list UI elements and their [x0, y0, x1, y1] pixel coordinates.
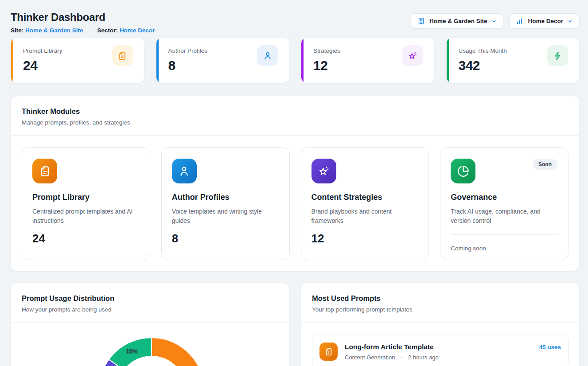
most-used-prompts-panel: Most Used Prompts Your top-performing pr…: [301, 283, 580, 366]
module-description: Brand playbooks and content frameworks: [312, 207, 419, 226]
chevron-down-icon: [491, 19, 497, 24]
sector-label: Sector:: [97, 27, 118, 34]
dashboard-page: Thinker Dashboard Site: Home & Garden Si…: [0, 0, 588, 366]
modules-grid: Prompt Library Centralized prompt templa…: [11, 136, 579, 271]
user-icon: [257, 45, 278, 66]
stat-card-usage: Usage This Month 342: [446, 37, 580, 83]
usage-title: Prompt Usage Distribution: [22, 294, 278, 303]
module-card-content-strategies[interactable]: Content Strategies Brand playbooks and c…: [301, 147, 429, 260]
donut-segment-label: 15%: [126, 348, 138, 355]
usage-distribution-panel: Prompt Usage Distribution How your promp…: [11, 283, 289, 366]
module-title: Prompt Library: [32, 193, 140, 202]
module-title: Author Profiles: [172, 193, 279, 202]
bar-chart-icon: [516, 17, 523, 25]
prompt-item-time: 2 hours ago: [408, 354, 439, 361]
soon-badge: Soon: [533, 159, 557, 170]
thinker-modules-panel: Thinker Modules Manage prompts, profiles…: [11, 96, 580, 271]
document-icon: [319, 343, 338, 361]
document-icon: [112, 45, 133, 66]
module-title: Content Strategies: [312, 193, 419, 202]
sparkle-star-icon: [402, 45, 423, 66]
most-used-header: Most Used Prompts Your top-performing pr…: [301, 283, 579, 323]
prompt-list: Long-form Article Template Content Gener…: [301, 323, 579, 366]
sparkle-star-icon: [312, 159, 336, 183]
module-description: Voice templates and writing style guides: [172, 207, 279, 226]
page-title: Thinker Dashboard: [11, 12, 155, 23]
site-label: Site:: [11, 27, 23, 34]
bottom-row: Prompt Usage Distribution How your promp…: [11, 283, 580, 366]
sector-selector[interactable]: Home Decor: [509, 13, 580, 29]
prompt-item-uses: 45 uses: [539, 344, 561, 350]
module-description: Centralized prompt templates and AI inst…: [32, 207, 140, 226]
topbar: Thinker Dashboard Site: Home & Garden Si…: [11, 0, 580, 34]
modules-title: Thinker Modules: [22, 107, 569, 116]
meta-dot: ·: [401, 354, 402, 361]
coming-soon-text: Coming soon: [451, 245, 558, 252]
module-count: 8: [172, 232, 279, 245]
header-titles: Thinker Dashboard Site: Home & Garden Si…: [11, 12, 155, 34]
breadcrumb-dot: ·: [89, 27, 91, 34]
prompt-item-title: Long-form Article Template: [345, 343, 439, 351]
donut-segment: [152, 338, 204, 366]
module-card-author-profiles[interactable]: Author Profiles Voice templates and writ…: [161, 147, 290, 260]
stat-card-strategies: Strategies 12: [301, 37, 435, 83]
breadcrumb: Site: Home & Garden Site · Sector: Home …: [11, 27, 155, 34]
module-count: 24: [32, 232, 140, 245]
usage-chart-area: 15%: [11, 323, 289, 366]
sector-selector-label: Home Decor: [528, 18, 563, 24]
prompt-item-category: Content Generation: [345, 354, 395, 361]
site-selector-label: Home & Garden Site: [429, 18, 487, 24]
stat-card-author-profiles: Author Profiles 8: [156, 37, 290, 83]
chevron-down-icon: [568, 19, 573, 24]
site-link[interactable]: Home & Garden Site: [25, 27, 83, 34]
usage-header: Prompt Usage Distribution How your promp…: [11, 283, 289, 323]
document-icon: [32, 159, 57, 183]
module-card-governance[interactable]: Soon Governance Track AI usage, complian…: [440, 147, 569, 260]
most-used-title: Most Used Prompts: [312, 294, 569, 303]
most-used-subtitle: Your top-performing prompt templates: [312, 306, 569, 322]
module-description: Track AI usage, compliance, and version …: [451, 207, 558, 226]
prompt-item-meta: Content Generation · 2 hours ago: [345, 354, 439, 361]
stats-row: Prompt Library 24 Author Profiles 8 Stra…: [11, 37, 580, 83]
usage-donut-chart: 15%: [11, 323, 289, 366]
modules-header: Thinker Modules Manage prompts, profiles…: [11, 96, 579, 136]
module-count: 12: [312, 232, 419, 245]
module-title: Governance: [451, 193, 558, 202]
site-selector[interactable]: Home & Garden Site: [411, 13, 504, 29]
module-card-prompt-library[interactable]: Prompt Library Centralized prompt templa…: [22, 147, 150, 260]
user-icon: [172, 159, 197, 183]
modules-subtitle: Manage prompts, profiles, and strategies: [22, 119, 569, 135]
selectors: Home & Garden Site Home Decor: [411, 13, 580, 29]
prompt-list-item[interactable]: Long-form Article Template Content Gener…: [312, 335, 569, 366]
pie-chart-icon: [451, 159, 475, 183]
module-divider: [451, 234, 558, 235]
stat-card-prompt-library: Prompt Library 24: [11, 37, 144, 83]
usage-subtitle: How your prompts are being used: [22, 306, 278, 322]
lightning-icon: [547, 45, 568, 66]
building-icon: [417, 17, 425, 25]
sector-link[interactable]: Home Decor: [120, 27, 155, 34]
prompt-item-texts: Long-form Article Template Content Gener…: [345, 343, 439, 361]
